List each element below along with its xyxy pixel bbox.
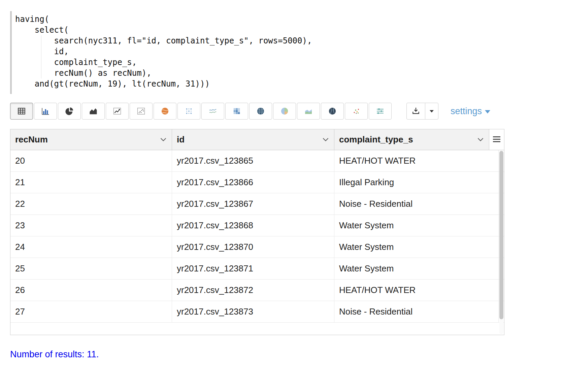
table-cell: Water System	[334, 236, 499, 258]
table-cell: yr2017.csv_123868	[172, 215, 334, 236]
query-editor[interactable]: having( select( search(nyc311, fl="id, c…	[10, 11, 553, 94]
table-header-row: recNum id complaint_type_s	[10, 129, 504, 150]
vertical-scrollbar[interactable]	[499, 151, 503, 334]
viz-toolbar: settings	[10, 103, 553, 120]
table-row: 26yr2017.csv_123872HEAT/HOT WATER	[10, 280, 504, 301]
results-count: Number of results: 11.	[10, 349, 553, 360]
table-cell: HEAT/HOT WATER	[334, 150, 499, 171]
table-cell: 20	[10, 150, 172, 171]
scatter-chart-icon	[136, 106, 146, 116]
table-cell: yr2017.csv_123872	[172, 280, 334, 301]
pie-chart-viz-button[interactable]	[58, 103, 81, 120]
pie-colored-icon	[280, 106, 289, 116]
column-header-recnum[interactable]: recNum	[10, 129, 172, 150]
table-row: 24yr2017.csv_123870Water System	[10, 236, 504, 258]
bar-chart-icon	[41, 106, 50, 116]
scrollbar-thumb[interactable]	[499, 151, 503, 319]
globe-orange-viz-button[interactable]	[154, 103, 176, 120]
chevron-down-icon[interactable]	[160, 138, 166, 141]
pie-colored-viz-button[interactable]	[273, 103, 296, 120]
settings-label: settings	[451, 106, 482, 117]
table-body-rows: 20yr2017.csv_123865HEAT/HOT WATER21yr201…	[10, 150, 504, 323]
table-row: 27yr2017.csv_123873Noise - Residential	[10, 301, 504, 323]
table-cell: yr2017.csv_123867	[172, 193, 334, 215]
settings-caret-icon	[485, 110, 490, 113]
scatter-colored-icon	[352, 106, 361, 116]
table-cell: Noise - Residential	[334, 193, 499, 215]
spark-lines-icon	[208, 106, 218, 116]
table-cell: 24	[10, 236, 172, 258]
table-cell: yr2017.csv_123873	[172, 301, 334, 322]
table-viz-button[interactable]	[10, 103, 33, 120]
table-cell: 21	[10, 172, 172, 193]
table-cell: 27	[10, 301, 172, 322]
filter-sliders-viz-button[interactable]	[369, 103, 392, 120]
table-cell: 22	[10, 193, 172, 215]
column-label: recNum	[15, 134, 48, 145]
table-row: 21yr2017.csv_123866Illegal Parking	[10, 172, 504, 193]
globe-earth-viz-button[interactable]	[249, 103, 272, 120]
table-row: 25yr2017.csv_123871Water System	[10, 258, 504, 280]
export-group	[406, 103, 438, 120]
chevron-down-icon[interactable]	[477, 138, 484, 141]
area-colored-icon	[304, 106, 313, 116]
table-icon	[17, 106, 26, 116]
column-header-complaint-type[interactable]: complaint_type_s	[334, 129, 489, 150]
table-cell: Illegal Parking	[334, 172, 499, 193]
table-row: 22yr2017.csv_123867Noise - Residential	[10, 193, 504, 215]
table-cell: yr2017.csv_123871	[172, 258, 334, 279]
heatmap-viz-button[interactable]	[225, 103, 248, 120]
column-header-id[interactable]: id	[172, 129, 334, 150]
indent-guide	[41, 35, 41, 78]
chevron-down-icon[interactable]	[323, 138, 329, 141]
caret-down-icon	[429, 109, 434, 114]
table-cell: yr2017.csv_123865	[172, 150, 334, 171]
spark-lines-viz-button[interactable]	[201, 103, 224, 120]
scatter-colored-viz-button[interactable]	[345, 103, 368, 120]
column-label: id	[177, 134, 185, 145]
results-table: recNum id complaint_type_s 20yr2017.csv_…	[10, 129, 504, 335]
area-chart-viz-button[interactable]	[82, 103, 105, 120]
globe-earth-icon	[256, 106, 265, 116]
menu-icon	[493, 134, 501, 145]
table-cell: Noise - Residential	[334, 301, 499, 322]
globe-orange-icon	[160, 106, 170, 116]
table-cell: 26	[10, 280, 172, 301]
table-cell: HEAT/HOT WATER	[334, 280, 499, 301]
viz-toolbar-buttons	[10, 103, 392, 120]
dot-matrix-icon	[184, 106, 194, 116]
area-chart-icon	[89, 106, 98, 116]
line-chart-viz-button[interactable]	[106, 103, 129, 120]
pie-chart-icon	[65, 106, 74, 116]
settings-link[interactable]: settings	[451, 106, 490, 117]
globe-dark-icon	[328, 106, 337, 116]
download-button[interactable]	[406, 103, 425, 120]
table-menu-button[interactable]	[489, 129, 504, 150]
download-dropdown-button[interactable]	[425, 103, 438, 120]
table-cell: yr2017.csv_123870	[172, 236, 334, 258]
table-cell: 23	[10, 215, 172, 236]
table-row: 20yr2017.csv_123865HEAT/HOT WATER	[10, 150, 504, 172]
table-cell: Water System	[334, 258, 499, 279]
bar-chart-viz-button[interactable]	[34, 103, 57, 120]
table-body: 20yr2017.csv_123865HEAT/HOT WATER21yr201…	[10, 150, 504, 335]
heatmap-icon	[232, 106, 241, 116]
line-chart-icon	[112, 106, 122, 116]
filter-sliders-icon	[375, 106, 385, 116]
globe-dark-viz-button[interactable]	[321, 103, 344, 120]
download-icon	[411, 106, 420, 116]
scatter-chart-viz-button[interactable]	[130, 103, 153, 120]
table-cell: Water System	[334, 215, 499, 236]
table-cell: yr2017.csv_123866	[172, 172, 334, 193]
code-text[interactable]: having( select( search(nyc311, fl="id, c…	[15, 14, 553, 89]
table-cell: 25	[10, 258, 172, 279]
table-row: 23yr2017.csv_123868Water System	[10, 215, 504, 236]
area-colored-viz-button[interactable]	[297, 103, 320, 120]
dot-matrix-viz-button[interactable]	[177, 103, 200, 120]
column-label: complaint_type_s	[339, 134, 413, 145]
